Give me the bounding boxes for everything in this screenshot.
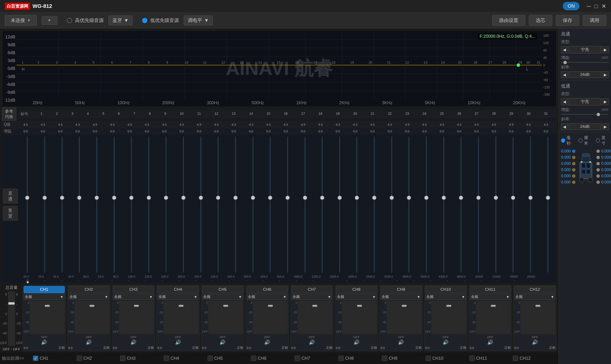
ch11-checkbox[interactable] <box>469 356 475 361</box>
ref-eq-button[interactable]: 参考均衡 <box>2 107 16 121</box>
eq-slider-30-thumb[interactable] <box>528 195 533 200</box>
eq-slider-1[interactable] <box>19 134 36 274</box>
high-pass-gain-slider[interactable] <box>561 62 609 63</box>
eq-slider-17-thumb[interactable] <box>303 195 307 200</box>
ch5-source-select[interactable]: 全频▼ <box>202 294 243 300</box>
low-pass-slope-prev[interactable]: ◀ <box>561 123 568 130</box>
ch8-source-select[interactable]: 全频▼ <box>336 294 377 300</box>
ch11-source-select[interactable]: 全频▼ <box>470 294 511 300</box>
eq-slider-3-thumb[interactable] <box>60 195 64 200</box>
select-button[interactable]: 选芯 <box>529 15 552 26</box>
ch8-fader-thumb[interactable] <box>357 305 362 307</box>
eq-slider-7[interactable] <box>123 134 140 274</box>
eq-slider-31[interactable] <box>539 134 556 274</box>
ch1-source-select[interactable]: 全频▼ <box>24 294 65 300</box>
eq-slider-23[interactable] <box>400 134 418 274</box>
eq-slider-16-thumb[interactable] <box>285 195 290 200</box>
ch12-source-select[interactable]: 全频▼ <box>514 294 555 300</box>
high-pass-slope-next[interactable]: ▶ <box>602 71 609 78</box>
eq-slider-25-thumb[interactable] <box>442 195 446 200</box>
master-fader[interactable] <box>8 291 15 346</box>
ch12-fader-thumb[interactable] <box>536 305 540 307</box>
ch11-fader-thumb[interactable] <box>491 305 496 307</box>
maximize-button[interactable]: □ <box>595 3 598 10</box>
eq-slider-4[interactable] <box>71 134 88 274</box>
ch7-button[interactable]: CH7 <box>292 286 333 293</box>
right-dot-4[interactable] <box>597 168 600 171</box>
ch12-checkbox[interactable] <box>513 356 518 361</box>
eq-slider-21[interactable] <box>366 134 383 274</box>
left-dot-5[interactable] <box>572 174 575 178</box>
eq-slider-21-thumb[interactable] <box>372 195 376 200</box>
eq-slider-26[interactable] <box>452 134 470 274</box>
left-dot-6[interactable] <box>572 181 575 184</box>
right-dot-6[interactable] <box>597 181 600 184</box>
apply-button[interactable]: 调用 <box>583 15 606 26</box>
eq-slider-25[interactable] <box>435 134 452 274</box>
ch9-fader-thumb[interactable] <box>402 305 406 307</box>
ch12-fader[interactable] <box>520 301 555 334</box>
low-pass-gain-thumb[interactable] <box>597 113 600 116</box>
eq-slider-18[interactable] <box>314 134 331 274</box>
low-priority-radio[interactable] <box>142 18 147 23</box>
ch1-button[interactable]: CH1 <box>24 286 65 293</box>
ch3-checkbox[interactable] <box>120 356 125 361</box>
unit-inch-radio[interactable] <box>596 138 600 143</box>
ch3-fader[interactable] <box>119 301 154 334</box>
bypass-button[interactable]: 直通 <box>3 189 18 204</box>
ch3-button[interactable]: CH3 <box>113 286 154 293</box>
ch2-button[interactable]: CH2 <box>68 286 109 293</box>
ch11-fader[interactable] <box>476 301 511 334</box>
ch1-fader[interactable] <box>30 301 65 334</box>
reset-button[interactable]: 复置 <box>3 206 18 221</box>
eq-slider-27-thumb[interactable] <box>476 195 481 200</box>
fm-select[interactable]: 调电平 ▼ <box>184 15 213 25</box>
eq-slider-9-thumb[interactable] <box>164 195 168 200</box>
ch6-button[interactable]: CH6 <box>247 286 288 293</box>
eq-slider-11-thumb[interactable] <box>199 195 203 200</box>
unit-ms-radio[interactable] <box>561 138 565 143</box>
eq-slider-9[interactable] <box>157 134 175 274</box>
close-button[interactable]: ✕ <box>601 3 606 10</box>
ch1-fader-thumb[interactable] <box>45 305 50 307</box>
eq-slider-4-thumb[interactable] <box>77 195 82 200</box>
eq-slider-20-thumb[interactable] <box>355 195 359 200</box>
ch7-source-select[interactable]: 全频▼ <box>292 294 333 300</box>
eq-slider-30[interactable] <box>522 134 539 274</box>
ch5-fader-thumb[interactable] <box>223 305 228 307</box>
save-button[interactable]: 保存 <box>556 15 579 26</box>
unit-cm-radio[interactable] <box>579 138 583 143</box>
ch2-fader[interactable] <box>74 301 109 334</box>
ch3-fader-thumb[interactable] <box>134 305 139 307</box>
ch4-source-select[interactable]: 全频▼ <box>157 294 198 300</box>
ch6-fader[interactable] <box>253 301 288 334</box>
ch12-button[interactable]: CH12 <box>514 286 555 293</box>
eq-slider-8[interactable] <box>140 134 157 274</box>
low-pass-type-next[interactable]: ▶ <box>602 99 609 105</box>
eq-slider-5[interactable] <box>88 134 106 274</box>
low-pass-slope-next[interactable]: ▶ <box>602 123 609 130</box>
ch4-fader-thumb[interactable] <box>179 305 183 307</box>
ch11-button[interactable]: CH11 <box>470 286 511 293</box>
eq-slider-29[interactable] <box>504 134 522 274</box>
eq-slider-12[interactable] <box>209 134 227 274</box>
ch9-checkbox[interactable] <box>382 356 387 361</box>
ch6-source-select[interactable]: 全频▼ <box>247 294 288 300</box>
ch8-fader[interactable] <box>342 301 377 334</box>
bluetooth-select[interactable]: 蓝牙 ▼ <box>109 15 133 25</box>
eq-slider-23-thumb[interactable] <box>407 195 411 200</box>
high-pass-slope-prev[interactable]: ◀ <box>561 71 568 78</box>
ch10-fader-thumb[interactable] <box>446 305 451 307</box>
ch2-fader-thumb[interactable] <box>90 305 94 307</box>
eq-slider-22-thumb[interactable] <box>389 195 394 200</box>
ch10-checkbox[interactable] <box>426 356 431 361</box>
eq-slider-6-thumb[interactable] <box>112 195 116 200</box>
ch6-fader-thumb[interactable] <box>268 305 273 307</box>
ch9-source-select[interactable]: 全频▼ <box>380 294 422 300</box>
eq-slider-2[interactable] <box>36 134 54 274</box>
connection-button[interactable]: 未连接 ▼ <box>5 15 37 26</box>
high-pass-gain-thumb[interactable] <box>563 61 567 64</box>
eq-slider-18-thumb[interactable] <box>320 195 324 200</box>
ch7-fader-thumb[interactable] <box>312 305 317 307</box>
ch7-checkbox[interactable] <box>295 356 300 361</box>
